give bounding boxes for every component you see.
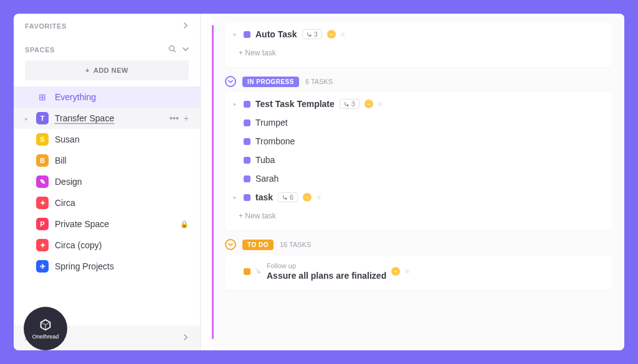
space-icon: P (36, 218, 49, 230)
spaces-label: SPACES (25, 46, 55, 54)
group-header: TO DO16 TASKS (225, 234, 612, 255)
subtask-count-pill[interactable]: 3 (340, 99, 359, 109)
task-name: task (255, 192, 273, 202)
branch-icon (282, 195, 288, 200)
task-count: 6 TASKS (305, 78, 333, 85)
collapse-icon[interactable] (225, 239, 236, 250)
status-pill[interactable]: TO DO (242, 240, 274, 250)
space-icon: T (36, 112, 49, 124)
space-label: Everything (55, 92, 189, 102)
status-box[interactable] (244, 119, 250, 126)
task-row[interactable]: Tuba (225, 151, 612, 169)
chevron-right-icon[interactable] (183, 22, 189, 30)
task-row[interactable]: ▸task6–≡ (225, 188, 612, 207)
sidebar-item-everything[interactable]: ▸⊞Everything (14, 86, 200, 108)
task-name: Trombone (255, 136, 295, 146)
branch-icon (344, 101, 350, 107)
row-actions: •••+ (169, 113, 189, 123)
space-label: Susan (55, 134, 189, 144)
expand-icon[interactable]: ▸ (234, 101, 239, 107)
space-list: ▸⊞Everything▸TTransfer Space•••+▸SSusan▸… (14, 86, 200, 277)
space-label: Circa (copy) (55, 240, 189, 250)
add-new-button[interactable]: + ADD NEW (25, 60, 189, 80)
new-task-button[interactable]: + New task (225, 44, 612, 62)
sidebar-item-transfer-space[interactable]: ▸TTransfer Space•••+ (14, 108, 200, 129)
task-group: IN PROGRESS6 TASKS▸Test Task Template3–≡… (225, 71, 612, 230)
space-label: Spring Projects (55, 261, 189, 271)
status-box[interactable] (244, 31, 250, 38)
badge-label: Onethread (32, 334, 59, 340)
sidebar-item-private-space[interactable]: ▸PPrivate Space🔒 (14, 213, 200, 235)
lock-icon: 🔒 (180, 220, 189, 228)
task-row[interactable]: ▸Test Task Template3–≡ (225, 95, 612, 113)
space-label: Private Space (55, 219, 171, 229)
sidebar-item-design[interactable]: ▸✎Design (14, 171, 200, 192)
space-icon: ✦ (36, 239, 49, 251)
task-group: ▸Auto Task3–≡+ New task (225, 14, 612, 67)
search-icon[interactable] (168, 45, 176, 54)
task-count: 16 TASKS (280, 241, 311, 248)
app-window: FAVORITES SPACES + ADD NEW ▸⊞Everything▸… (14, 14, 624, 350)
task-name: Assure all plans are finalized (267, 271, 386, 281)
favorites-header[interactable]: FAVORITES (14, 14, 200, 36)
subtask-link-icon: ↳ (255, 267, 262, 276)
status-box[interactable] (244, 194, 250, 201)
collapse-icon[interactable] (225, 76, 236, 87)
sidebar-item-bill[interactable]: ▸BBill (14, 150, 200, 171)
task-row[interactable]: Sarah (225, 169, 612, 188)
status-box[interactable] (244, 157, 250, 164)
new-task-button[interactable]: + New task (225, 207, 612, 225)
subtask-count-pill[interactable]: 3 (302, 29, 322, 39)
space-label: Design (55, 177, 189, 187)
expand-icon[interactable]: ▸ (234, 31, 239, 37)
chevron-down-icon[interactable] (183, 46, 189, 54)
drag-handle-icon[interactable]: ≡ (378, 100, 381, 108)
task-group: TO DO16 TASKS↳Follow upAssure all plans … (225, 234, 612, 290)
chevron-right-icon[interactable] (183, 334, 189, 342)
status-box[interactable] (244, 175, 250, 182)
space-label: Circa (55, 198, 189, 208)
sidebar-item-circa-(copy)[interactable]: ▸✦Circa (copy) (14, 235, 200, 256)
main-content: ▸Auto Task3–≡+ New taskIN PROGRESS6 TASK… (214, 14, 624, 350)
caret-icon: ▸ (25, 115, 30, 122)
status-dot[interactable]: – (364, 100, 373, 108)
task-list: ▸Test Task Template3–≡TrumpetTromboneTub… (225, 92, 612, 230)
task-name: Test Task Template (255, 99, 335, 109)
branch-icon (307, 32, 312, 37)
task-name: Tuba (255, 155, 275, 165)
drag-handle-icon[interactable]: ≡ (341, 30, 344, 38)
sidebar-item-spring-projects[interactable]: ▸✈Spring Projects (14, 256, 200, 277)
cube-icon (39, 318, 52, 332)
task-row[interactable]: Trumpet (225, 113, 612, 132)
status-box[interactable] (244, 101, 250, 108)
plus-icon[interactable]: + (184, 113, 189, 123)
task-row[interactable]: ↳Follow upAssure all plans are finalized… (225, 258, 612, 285)
status-box[interactable] (244, 138, 250, 145)
status-dot[interactable]: – (391, 267, 400, 276)
expand-icon[interactable]: ▸ (234, 194, 239, 200)
task-name: Trumpet (255, 118, 288, 128)
task-row[interactable]: ▸Auto Task3–≡ (225, 25, 612, 44)
svg-point-0 (169, 46, 174, 51)
space-label: Transfer Space (55, 113, 163, 123)
task-name: Auto Task (255, 29, 297, 39)
sidebar-item-susan[interactable]: ▸SSusan (14, 129, 200, 150)
status-box[interactable] (244, 268, 250, 275)
sidebar-item-circa[interactable]: ▸✦Circa (14, 192, 200, 213)
parent-task-label: Follow up (267, 262, 386, 269)
space-icon: ⊞ (36, 91, 49, 103)
status-dot[interactable]: – (303, 193, 312, 202)
onethread-badge[interactable]: Onethread (24, 307, 67, 350)
space-label: Bill (55, 156, 189, 166)
task-row[interactable]: Trombone (225, 132, 612, 151)
drag-handle-icon[interactable]: ≡ (405, 268, 408, 275)
task-name: Sarah (255, 174, 279, 184)
plus-icon: + (85, 67, 90, 74)
more-icon[interactable]: ••• (169, 113, 179, 123)
sidebar: FAVORITES SPACES + ADD NEW ▸⊞Everything▸… (14, 14, 201, 350)
space-icon: ✦ (36, 197, 49, 209)
status-dot[interactable]: – (327, 30, 336, 39)
drag-handle-icon[interactable]: ≡ (317, 194, 320, 201)
status-pill[interactable]: IN PROGRESS (242, 77, 299, 87)
subtask-count-pill[interactable]: 6 (278, 192, 298, 202)
